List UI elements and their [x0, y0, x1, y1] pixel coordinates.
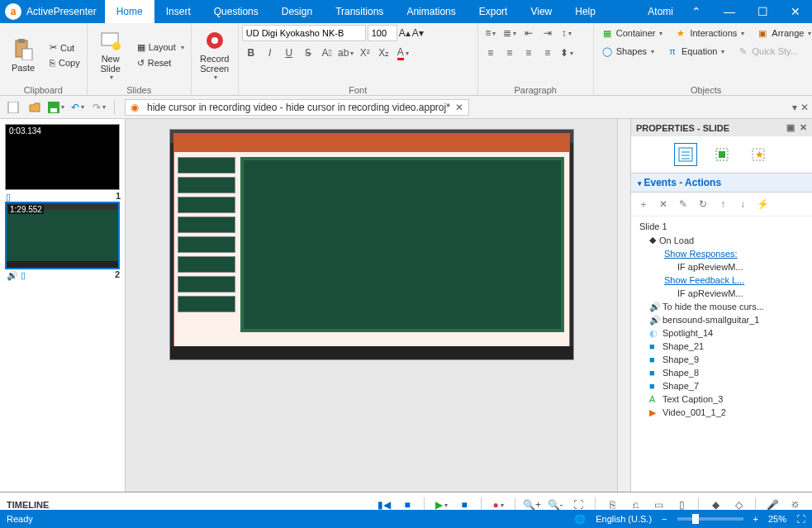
canvas-scrollbar[interactable] — [617, 119, 630, 492]
shapes-button[interactable]: ◯Shapes — [597, 43, 658, 59]
container-button[interactable]: ▦Container — [597, 25, 667, 41]
tree-node[interactable]: ■Shape_21 — [631, 340, 812, 353]
tree-node[interactable]: ■Shape_9 — [631, 353, 812, 366]
tab-insert[interactable]: Insert — [154, 0, 202, 23]
highlight-button[interactable]: ab — [337, 45, 355, 61]
tab-questions[interactable]: Questions — [202, 0, 270, 23]
valign-button[interactable]: ⬍ — [558, 45, 576, 61]
tree-node[interactable]: AText Caption_3 — [631, 392, 812, 406]
panel-close-button[interactable]: ✕ — [800, 122, 807, 133]
line-spacing-button[interactable]: ↕ — [558, 25, 576, 41]
reset-icon: ↺ — [137, 58, 145, 69]
tree-node[interactable]: ■Shape_8 — [631, 366, 812, 379]
copy-button[interactable]: ⎘Copy — [46, 56, 83, 69]
tree-node[interactable]: Show Responses: — [631, 247, 812, 260]
zoom-slider[interactable] — [677, 517, 743, 521]
underline-button[interactable]: U — [280, 45, 298, 61]
zoom-out-button[interactable]: − — [662, 514, 667, 524]
tree-node[interactable]: Show Feedback L... — [631, 274, 812, 287]
font-family-input[interactable] — [242, 25, 366, 41]
tree-node[interactable]: IF apReviewM... — [631, 287, 812, 300]
italic-button[interactable]: I — [261, 45, 279, 61]
collapse-ribbon-button[interactable]: ⌃ — [680, 0, 713, 23]
indent-button[interactable]: ⇥ — [539, 25, 557, 41]
tab-design[interactable]: Design — [270, 0, 324, 23]
tree-node[interactable]: IF apReviewM... — [631, 260, 812, 274]
bold-button[interactable]: B — [242, 45, 260, 61]
tree-node[interactable]: ■Shape_7 — [631, 379, 812, 392]
panel-pin-button[interactable]: ▣ — [786, 122, 795, 133]
tree-node[interactable]: ▶Video_001_1_2 — [631, 406, 812, 419]
tab-animations[interactable]: Animations — [395, 0, 467, 23]
document-tab[interactable]: ◉ hide cursor in recording video - hide … — [125, 99, 469, 116]
align-left-button[interactable]: ≡ — [482, 45, 500, 61]
justify-button[interactable]: ≡ — [539, 45, 557, 61]
panel-options-button[interactable]: ▾ — [792, 102, 797, 113]
bullets-button[interactable]: ≡ — [482, 25, 500, 41]
record-screen-button[interactable]: Record Screen — [195, 27, 235, 83]
tab-export[interactable]: Export — [468, 0, 520, 23]
tab-help[interactable]: Help — [563, 0, 607, 23]
minimize-button[interactable]: — — [713, 0, 746, 23]
paste-button[interactable]: Paste — [3, 36, 43, 74]
props-tab-general[interactable] — [674, 143, 697, 166]
zoom-in-button[interactable]: + — [753, 514, 758, 524]
add-event-button[interactable]: ＋ — [634, 196, 653, 212]
strike-button[interactable]: S̶ — [299, 45, 317, 61]
audio-icon: 🔊 — [649, 315, 659, 325]
tab-transitions[interactable]: Transitions — [324, 0, 395, 23]
close-button[interactable]: ✕ — [779, 0, 812, 23]
subscript-button[interactable]: X₂ — [375, 45, 393, 61]
superscript-button[interactable]: X² — [356, 45, 374, 61]
delete-event-button[interactable]: ✕ — [654, 196, 672, 212]
tree-node[interactable]: ◐Spotlight_14 — [631, 326, 812, 340]
new-doc-button[interactable] — [3, 98, 23, 117]
lightning-button[interactable]: ⚡ — [753, 196, 772, 212]
tab-view[interactable]: View — [519, 0, 563, 23]
quick-styles-button[interactable]: ✎Quick Sty... — [733, 43, 800, 59]
events-section-header[interactable]: Events - Actions — [631, 174, 812, 193]
cut-button[interactable]: ✂Cut — [46, 40, 83, 55]
props-tab-interactivity[interactable]: ★ — [747, 143, 770, 166]
new-slide-button[interactable]: New Slide — [91, 27, 131, 83]
interactions-button[interactable]: ★Interactions — [671, 25, 748, 41]
shrink-font-button[interactable]: A▾ — [412, 27, 424, 39]
save-button[interactable] — [46, 98, 66, 117]
canvas-area[interactable] — [126, 119, 617, 492]
outdent-button[interactable]: ⇤ — [520, 25, 538, 41]
clear-format-button[interactable]: A⃠ — [318, 45, 336, 61]
move-up-button[interactable]: ↑ — [714, 196, 732, 212]
font-size-input[interactable] — [368, 25, 397, 41]
tree-node[interactable]: 🔊To hide the mouse curs... — [631, 300, 812, 313]
edit-event-button[interactable]: ✎ — [674, 196, 692, 212]
move-down-button[interactable]: ↓ — [734, 196, 752, 212]
redo-button[interactable]: ↷ — [89, 98, 109, 117]
language-button[interactable]: English (U.S.) — [596, 514, 652, 524]
grow-font-button[interactable]: A▴ — [399, 27, 411, 39]
slide-thumb-1[interactable]: 0:03.134 1 ▯ — [5, 124, 120, 190]
tab-home[interactable]: Home — [105, 0, 154, 23]
tree-node[interactable]: 🔊bensound-smallguitar_1 — [631, 313, 812, 326]
layout-button[interactable]: ▦Layout — [134, 40, 188, 55]
reset-button[interactable]: ↺Reset — [134, 56, 188, 70]
tree-node[interactable]: Slide 1 — [631, 220, 812, 233]
slide-thumb-2[interactable]: 1:29.552 2 🔊 ▯ — [5, 202, 120, 269]
equation-button[interactable]: πEquation — [662, 43, 728, 59]
tree-node[interactable]: ◆On Load — [631, 233, 812, 247]
open-button[interactable] — [25, 98, 45, 117]
refresh-button[interactable]: ↻ — [694, 196, 712, 212]
align-center-button[interactable]: ≡ — [501, 45, 519, 61]
slide-canvas[interactable] — [169, 129, 574, 360]
align-right-button[interactable]: ≡ — [520, 45, 538, 61]
close-document-button[interactable]: ✕ — [455, 102, 463, 113]
svg-rect-1 — [18, 39, 25, 43]
maximize-button[interactable]: ☐ — [746, 0, 779, 23]
font-color-button[interactable]: A — [394, 45, 412, 61]
numbering-button[interactable]: ≣ — [501, 25, 519, 41]
fit-button[interactable]: ⛶ — [796, 514, 805, 524]
panel-close-button[interactable]: ✕ — [800, 102, 809, 113]
arrange-button[interactable]: ▣Arrange — [753, 25, 812, 41]
layout-icon: ▦ — [137, 42, 145, 53]
undo-button[interactable]: ↶ — [68, 98, 88, 117]
props-tab-size[interactable] — [710, 143, 734, 166]
